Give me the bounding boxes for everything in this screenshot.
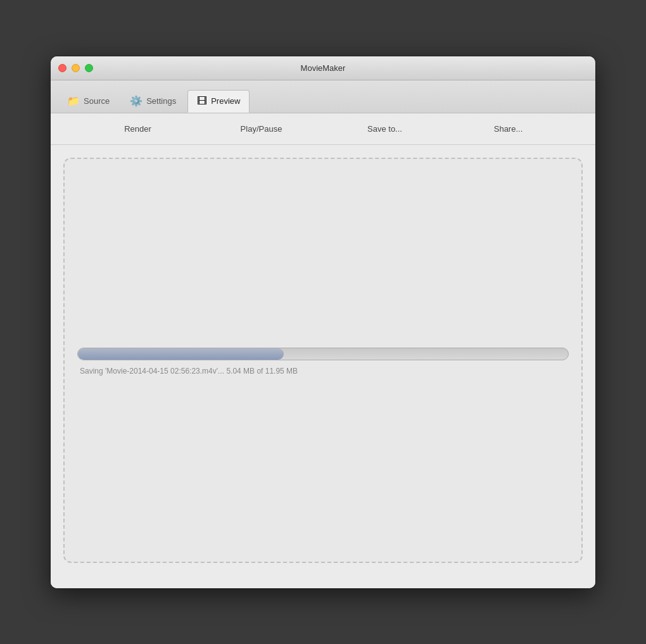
play-pause-label: Play/Pause: [241, 124, 282, 134]
progress-status-text: Saving 'Movie-2014-04-15 02:56:23.m4v'..…: [77, 367, 569, 376]
tab-preview-label: Preview: [211, 96, 240, 106]
share-button[interactable]: Share...: [446, 120, 570, 137]
tab-preview[interactable]: 🎞 Preview: [187, 90, 250, 113]
preview-icon: 🎞: [197, 96, 207, 107]
close-button[interactable]: [58, 64, 66, 72]
save-to-button[interactable]: Save to...: [323, 120, 446, 137]
window-title: MovieMaker: [301, 63, 346, 73]
settings-icon: ⚙️: [130, 95, 142, 107]
source-icon: 📁: [67, 95, 80, 107]
minimize-button[interactable]: [72, 64, 80, 72]
app-window: MovieMaker 📁 Source ⚙️ Settings 🎞 Previe…: [51, 56, 595, 588]
save-to-label: Save to...: [367, 124, 402, 134]
progress-bar-fill: [78, 348, 284, 360]
tab-source[interactable]: 📁 Source: [58, 90, 118, 113]
progress-bar-container: [77, 348, 569, 360]
content-area: Saving 'Movie-2014-04-15 02:56:23.m4v'..…: [51, 145, 595, 588]
tab-settings-label: Settings: [146, 96, 176, 106]
tab-source-label: Source: [84, 96, 110, 106]
tab-bar: 📁 Source ⚙️ Settings 🎞 Preview: [51, 80, 595, 113]
toolbar: Render Play/Pause Save to... Share...: [51, 113, 595, 145]
play-pause-button[interactable]: Play/Pause: [200, 120, 323, 137]
render-label: Render: [124, 124, 151, 134]
share-label: Share...: [494, 124, 523, 134]
progress-section: Saving 'Movie-2014-04-15 02:56:23.m4v'..…: [77, 348, 569, 376]
maximize-button[interactable]: [85, 64, 93, 72]
preview-area: Saving 'Movie-2014-04-15 02:56:23.m4v'..…: [63, 158, 583, 563]
traffic-lights: [58, 64, 93, 72]
tab-settings[interactable]: ⚙️ Settings: [121, 90, 185, 113]
title-bar: MovieMaker: [51, 56, 595, 80]
render-button[interactable]: Render: [76, 120, 200, 137]
